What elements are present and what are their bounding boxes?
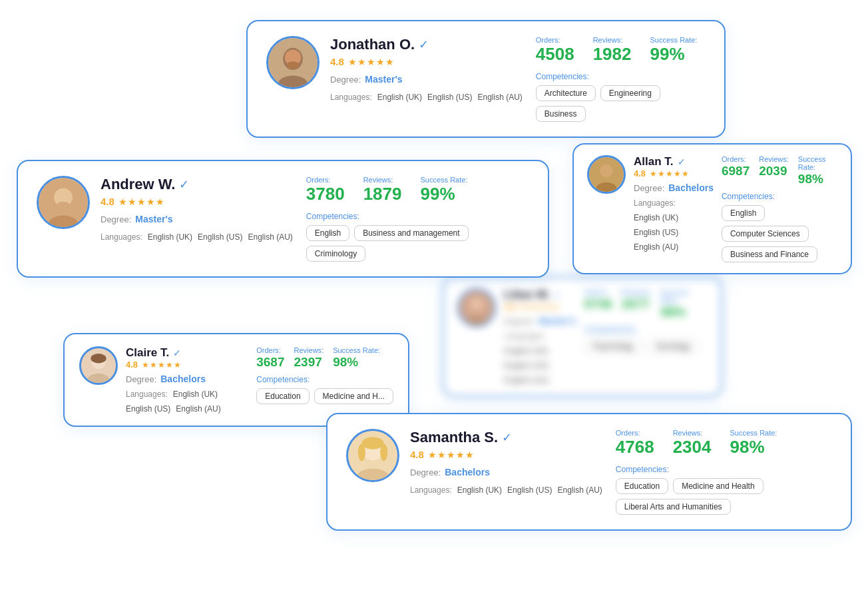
right-section-allan: Orders: 6987 Reviews: 2039 Success Rate:… (722, 155, 837, 262)
stat-success-lilian: Success Rate: 98% (660, 288, 708, 318)
svg-point-10 (600, 164, 613, 178)
svg-point-22 (361, 437, 383, 450)
verified-icon-samantha: ✓ (502, 430, 512, 445)
stat-orders-samantha: Orders: 4768 (616, 429, 654, 455)
tag-lilian-0: Psychology (584, 338, 642, 354)
lang-claire-1: English (US) (126, 404, 170, 414)
lang-jonathan-2: English (AU) (477, 93, 522, 102)
tag-allan-1: Computer Sciences (722, 226, 809, 242)
comp-label-samantha: Competencies: (616, 465, 832, 474)
rating-lilian: 4.8 (504, 302, 516, 312)
comp-jonathan: Competencies: Architecture Engineering B… (536, 72, 706, 122)
stat-orders-allan: Orders: 6987 (722, 155, 750, 185)
degree-jonathan: Master's (365, 74, 402, 85)
orders-val-allan: 6987 (722, 164, 750, 177)
lang-samantha-1: English (US) (507, 485, 552, 495)
stars-lilian: ★★★★★ (520, 302, 560, 312)
degree-samantha: Bachelors (445, 467, 490, 477)
orders-val-claire: 3687 (256, 356, 284, 368)
lang-lilian-2: English (AU) (504, 376, 548, 385)
comp-tags-samantha: Education Medicine and Health Liberal Ar… (616, 478, 832, 515)
name-lilian: Lilian W. (504, 288, 550, 302)
reviews-val-andrew: 1879 (363, 185, 402, 202)
comp-label-lilian: Competencies: (584, 325, 708, 334)
avatar-lilian (457, 288, 496, 327)
reviews-label-samantha: Reviews: (673, 429, 712, 437)
name-samantha: Samantha S. (410, 429, 498, 446)
lang-samantha-0: English (UK) (457, 485, 502, 495)
right-section-lilian: Orders: 5746 Reviews: 2077 Success Rate:… (584, 288, 708, 354)
reviews-val-samantha: 2304 (673, 438, 712, 455)
right-section-jonathan: Orders: 4508 Reviews: 1982 Success Rate:… (536, 36, 706, 122)
stars-allan: ★★★★★ (650, 169, 690, 178)
stat-reviews-samantha: Reviews: 2304 (673, 429, 712, 455)
stars-jonathan: ★★★★★ (348, 57, 395, 67)
tag-allan-2: Business and Finance (722, 246, 817, 262)
avatar-allan (587, 155, 626, 194)
lang-label-claire: Languages: (126, 390, 168, 399)
comp-tags-andrew: English Business and management Criminol… (306, 225, 529, 262)
orders-val-andrew: 3780 (306, 185, 345, 202)
stars-andrew: ★★★★★ (118, 196, 165, 207)
lang-lilian-0: English (UK) (504, 346, 548, 356)
comp-lilian: Competencies: Psychology Sociology (584, 325, 708, 354)
tag-jonathan-0: Architecture (536, 85, 596, 101)
tag-samantha-0: Education (616, 478, 668, 494)
reviews-label-andrew: Reviews: (363, 176, 402, 184)
lang-label-jonathan: Languages: (330, 93, 372, 102)
stars-samantha: ★★★★★ (428, 450, 475, 460)
degree-lilian: Master's (539, 316, 576, 326)
degree-allan: Bachelors (668, 182, 714, 193)
lang-samantha-2: English (AU) (557, 485, 602, 495)
success-val-samantha: 98% (730, 438, 777, 455)
reviews-val-claire: 2397 (294, 356, 324, 368)
name-jonathan: Jonathan O. (330, 36, 415, 53)
stat-orders-lilian: Orders: 5746 (584, 288, 612, 318)
stat-orders-claire: Orders: 3687 (256, 346, 284, 368)
comp-allan: Competencies: English Computer Sciences … (722, 192, 837, 262)
orders-label-jonathan: Orders: (536, 36, 574, 44)
reviews-val-jonathan: 1982 (593, 45, 632, 63)
avatar-andrew (37, 176, 90, 229)
degree-label-andrew: Degree: (101, 214, 131, 224)
rating-claire: 4.8 (126, 360, 138, 370)
lang-label-andrew: Languages: (101, 232, 142, 242)
svg-point-23 (358, 444, 365, 461)
verified-icon-allan: ✓ (678, 156, 686, 167)
tag-allan-0: English (722, 205, 765, 221)
stats-jonathan: Orders: 4508 Reviews: 1982 Success Rate:… (536, 36, 706, 63)
verified-icon-lilian: ✓ (554, 290, 562, 300)
orders-label-lilian: Orders: (584, 288, 612, 296)
reviews-label-allan: Reviews: (759, 155, 789, 163)
card-lilian: Lilian W. ✓ 4.8 ★★★★★ Degree: Master's L… (443, 276, 722, 397)
right-section-samantha: Orders: 4768 Reviews: 2304 Success Rate:… (616, 429, 832, 515)
lang-claire-2: English (AU) (176, 404, 220, 414)
lang-andrew-2: English (AU) (248, 232, 292, 242)
profile-info-lilian: Lilian W. ✓ 4.8 ★★★★★ Degree: Master's L… (504, 288, 576, 385)
success-val-jonathan: 99% (650, 45, 698, 63)
comp-tags-allan: English Computer Sciences Business and F… (722, 205, 837, 262)
profile-info-allan: Allan T. ✓ 4.8 ★★★★★ Degree: Bachelors L… (634, 155, 714, 252)
reviews-label-jonathan: Reviews: (593, 36, 632, 44)
name-claire: Claire T. (126, 346, 169, 360)
orders-val-lilian: 5746 (584, 298, 612, 310)
comp-tags-claire: Education Medicine and H... (256, 388, 393, 404)
degree-label-allan: Degree: (634, 183, 664, 193)
avatar-claire (79, 346, 118, 385)
tag-claire-0: Education (256, 388, 309, 404)
tag-claire-1: Medicine and H... (314, 388, 393, 404)
verified-icon-jonathan: ✓ (419, 37, 429, 52)
stat-reviews-jonathan: Reviews: 1982 (593, 36, 632, 63)
profile-info-samantha: Samantha S. ✓ 4.8 ★★★★★ Degree: Bachelor… (410, 429, 602, 495)
comp-label-allan: Competencies: (722, 192, 837, 201)
tag-andrew-1: Business and management (354, 225, 468, 241)
card-jonathan: Jonathan O. ✓ 4.8 ★★★★★ Degree: Master's… (246, 20, 726, 138)
verified-icon-andrew: ✓ (179, 177, 189, 192)
comp-andrew: Competencies: English Business and manag… (306, 212, 529, 262)
degree-label-lilian: Degree: (504, 316, 535, 326)
avatar-jonathan (266, 36, 320, 89)
stat-reviews-allan: Reviews: 2039 (759, 155, 789, 185)
stat-reviews-claire: Reviews: 2397 (294, 346, 324, 368)
tag-andrew-2: Criminology (306, 246, 365, 262)
stat-orders-andrew: Orders: 3780 (306, 176, 345, 202)
